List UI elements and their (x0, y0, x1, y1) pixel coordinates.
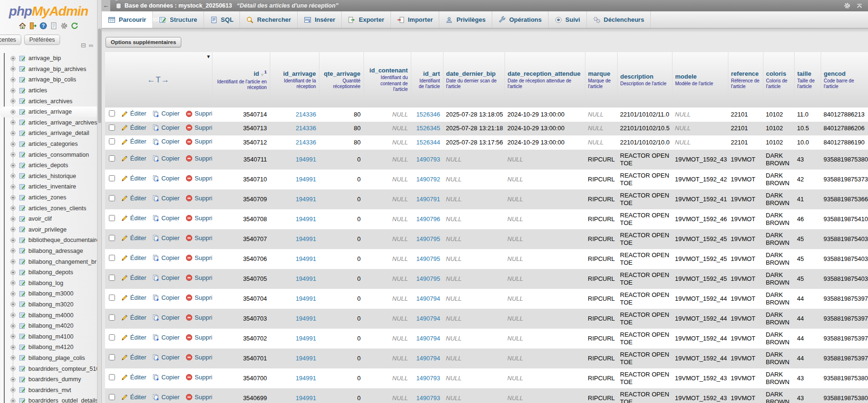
row-checkbox[interactable] (109, 275, 115, 281)
sidebar-item-articles_depots[interactable]: articles_depots (0, 160, 97, 171)
row-checkbox[interactable] (109, 334, 115, 340)
sidebar-item-articles[interactable]: articles (0, 85, 97, 96)
expand-icon[interactable] (10, 312, 16, 318)
tab-privilèges[interactable]: Privilèges (439, 11, 492, 28)
copy-row-button[interactable]: Copier (152, 294, 179, 302)
row-checkbox[interactable] (109, 215, 115, 221)
expand-icon[interactable] (10, 216, 16, 222)
column-header-date_dernier_bip[interactable]: date_dernier_bipDate du dernier scan de … (443, 52, 505, 107)
expand-icon[interactable] (10, 237, 16, 243)
edit-row-button[interactable]: Éditer (121, 138, 146, 145)
column-header-modele[interactable]: modeleModèle de l'article (672, 52, 728, 107)
sidebar-item-billabong_m4120[interactable]: billabong_m4120 (0, 342, 97, 353)
sidebar-item-arrivage_bip_colis[interactable]: arrivage_bip_colis (0, 74, 97, 85)
expand-icon[interactable] (10, 77, 16, 83)
delete-row-button[interactable]: Supprimer (186, 195, 212, 202)
delete-row-button[interactable]: Supprimer (186, 110, 212, 117)
cell-link[interactable]: 194991 (296, 215, 316, 223)
sidebar-item-billabong_m4100[interactable]: billabong_m4100 (0, 331, 97, 342)
edit-row-button[interactable]: Éditer (121, 334, 146, 341)
sidebar-item-boardriders_dummy[interactable]: boardriders_dummy (0, 374, 97, 385)
nav-toggle-button[interactable]: ← (102, 0, 110, 11)
cell-link[interactable]: 194991 (296, 315, 316, 322)
column-name[interactable]: id_contenant (367, 67, 408, 74)
cell-id_art[interactable]: 1490793 (411, 368, 443, 388)
logout-icon[interactable] (29, 22, 37, 30)
cell-link[interactable]: 194991 (296, 196, 316, 203)
copy-row-button[interactable]: Copier (152, 314, 179, 322)
column-name[interactable]: coloris (766, 70, 791, 77)
home-icon[interactable] (18, 22, 27, 30)
navigation-scrollbar[interactable] (97, 0, 102, 403)
unlink-panel-icon[interactable]: ∞ (89, 42, 93, 49)
column-header-description[interactable]: descriptionDescription de l'article (617, 52, 672, 107)
copy-row-button[interactable]: Copier (152, 354, 179, 361)
row-checkbox[interactable] (109, 155, 115, 161)
column-header-id_arrivage[interactable]: id_arrivageIdentifiant de la réception (270, 52, 319, 107)
fold-columns-control[interactable]: ←T→ (108, 75, 209, 85)
edit-row-button[interactable]: Éditer (121, 234, 146, 242)
row-checkbox[interactable] (109, 354, 115, 360)
expand-icon[interactable] (10, 66, 16, 72)
tab-sql[interactable]: SQL (204, 11, 240, 28)
sidebar-item-articles_arrivage_detail[interactable]: articles_arrivage_detail (0, 128, 97, 139)
cell-id_art[interactable]: 1490795 (411, 269, 443, 289)
sidebar-item-articles_inventaire[interactable]: articles_inventaire (0, 181, 97, 192)
expand-icon[interactable] (10, 291, 16, 297)
expand-icon[interactable] (10, 280, 16, 286)
sidebar-item-articles_categories[interactable]: articles_categories (0, 139, 97, 150)
row-checkbox[interactable] (109, 175, 115, 181)
column-name[interactable]: id_arrivage (273, 70, 316, 77)
cell-link[interactable]: 1490794 (416, 335, 440, 342)
expand-icon[interactable] (10, 162, 16, 169)
sidebar-item-articles_consommation[interactable]: articles_consommation (0, 149, 97, 160)
column-header-id_art[interactable]: id_artIdentifiant de l'article (411, 52, 443, 107)
cell-id_art[interactable]: 1490794 (411, 329, 443, 349)
cell-id_arrivage[interactable]: 194991 (270, 170, 319, 189)
cell-id_arrivage[interactable]: 194991 (270, 309, 319, 329)
cell-id_arrivage[interactable]: 194991 (270, 388, 319, 403)
cell-link[interactable]: 194991 (296, 375, 316, 382)
cell-id_arrivage[interactable]: 214336 (270, 135, 319, 150)
expand-icon[interactable] (10, 152, 16, 158)
delete-row-button[interactable]: Supprimer (186, 254, 212, 262)
copy-row-button[interactable]: Copier (152, 215, 179, 222)
column-name[interactable]: date_dernier_bip (446, 70, 502, 77)
cell-link[interactable]: 1490796 (416, 215, 440, 223)
edit-row-button[interactable]: Éditer (121, 155, 146, 162)
column-header-reference[interactable]: referenceRéférence de l'article (728, 52, 763, 107)
delete-row-button[interactable]: Supprimer (186, 274, 212, 282)
tab-recentes[interactable]: centes (0, 35, 21, 45)
cell-link[interactable]: 214336 (296, 111, 316, 118)
sidebar-item-billabong_m3020[interactable]: billabong_m3020 (0, 299, 97, 310)
cell-link[interactable]: 1490795 (416, 255, 440, 262)
cell-id_art[interactable]: 1490795 (411, 249, 443, 269)
tab-suivi[interactable]: Suivi (549, 11, 587, 28)
sidebar-item-billabong_adressage[interactable]: billabong_adressage (0, 246, 97, 257)
edit-row-button[interactable]: Éditer (121, 124, 146, 132)
cell-id_art[interactable]: 1490795 (411, 229, 443, 249)
expand-icon[interactable] (10, 376, 16, 383)
column-name[interactable]: reference (731, 70, 760, 77)
cell-link[interactable]: 1490794 (416, 295, 440, 302)
cell-link[interactable]: 1526344 (416, 139, 440, 146)
cell-id_art[interactable]: 1490794 (411, 349, 443, 368)
cell-link[interactable]: 194991 (296, 255, 316, 262)
cell-id_arrivage[interactable]: 194991 (270, 349, 319, 368)
sidebar-item-boardriders_compteur_5100[interactable]: boardriders_compteur_5100 (0, 363, 97, 374)
expand-icon[interactable] (10, 88, 16, 94)
expand-icon[interactable] (10, 119, 16, 125)
copy-row-button[interactable]: Copier (152, 334, 179, 341)
column-name[interactable]: marque (588, 70, 614, 77)
cell-id_art[interactable]: 1526346 (411, 107, 443, 122)
cell-link[interactable]: 1490794 (416, 355, 440, 362)
column-header-marque[interactable]: marqueMarque de l'article (585, 52, 617, 107)
delete-row-button[interactable]: Supprimer (186, 138, 212, 145)
collapse-all-icon[interactable]: ⊟ (81, 42, 86, 49)
cell-id_art[interactable]: 1490794 (411, 289, 443, 309)
copy-row-button[interactable]: Copier (152, 155, 179, 162)
cell-id_arrivage[interactable]: 194991 (270, 269, 319, 289)
cell-id_arrivage[interactable]: 194991 (270, 150, 319, 170)
tab-rechercher[interactable]: Rechercher (240, 11, 298, 28)
sidebar-item-billabong_plage_colis[interactable]: billabong_plage_colis (0, 353, 97, 364)
